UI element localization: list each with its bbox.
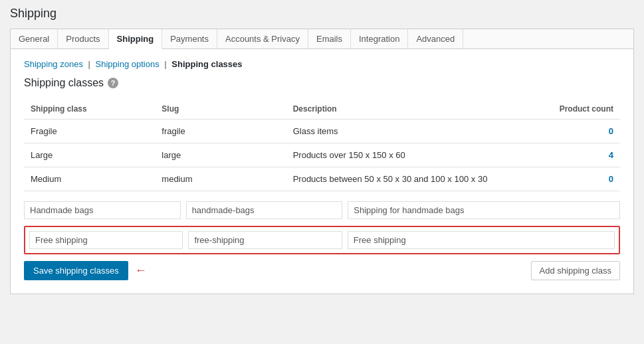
handmade-slug-input[interactable] <box>186 201 343 219</box>
subnav-zones[interactable]: Shipping zones <box>24 59 83 69</box>
shipping-table: Shipping class Slug Description Product … <box>24 99 620 191</box>
col-header-product-count: Product count <box>548 99 620 120</box>
subnav-separator-1: | <box>88 59 90 69</box>
tab-shipping[interactable]: Shipping <box>109 29 163 49</box>
col-header-description: Description <box>286 99 549 120</box>
row-class: Medium <box>24 167 155 191</box>
footer-actions: Save shipping classes ← Add shipping cla… <box>24 261 620 280</box>
tab-advanced[interactable]: Advanced <box>408 29 463 48</box>
row-description: Glass items <box>286 120 549 143</box>
table-row: Fragile fragile Glass items 0 <box>24 120 620 143</box>
handmade-class-input[interactable] <box>24 201 181 219</box>
subnav-classes: Shipping classes <box>171 59 242 69</box>
row-slug: medium <box>155 167 286 191</box>
table-row: Large large Products over 150 x 150 x 60… <box>24 143 620 167</box>
nav-tabs: General Products Shipping Payments Accou… <box>10 29 634 48</box>
row-slug: large <box>155 143 286 167</box>
freeshipping-slug-input[interactable] <box>188 231 342 249</box>
freeshipping-desc-input[interactable] <box>348 231 615 249</box>
sub-nav: Shipping zones | Shipping options | Ship… <box>24 59 620 69</box>
row-count-link[interactable]: 4 <box>609 150 613 160</box>
row-class: Fragile <box>24 120 155 143</box>
row-class: Large <box>24 143 155 167</box>
tab-payments[interactable]: Payments <box>162 29 217 48</box>
section-title-text: Shipping classes <box>24 77 104 89</box>
content-area: Shipping zones | Shipping options | Ship… <box>10 48 634 294</box>
arrow-icon: ← <box>135 264 147 278</box>
tab-products[interactable]: Products <box>58 29 108 48</box>
tab-accounts-privacy[interactable]: Accounts & Privacy <box>217 29 308 48</box>
row-description: Products over 150 x 150 x 60 <box>286 143 549 167</box>
handmade-desc-input[interactable] <box>348 201 620 219</box>
row-count-link[interactable]: 0 <box>609 174 613 184</box>
save-button[interactable]: Save shipping classes <box>24 261 128 280</box>
subnav-options[interactable]: Shipping options <box>96 59 160 69</box>
freeshipping-class-input[interactable] <box>29 231 183 249</box>
new-row-freeshipping <box>24 226 620 254</box>
col-header-class: Shipping class <box>24 99 155 120</box>
subnav-separator-2: | <box>164 59 166 69</box>
tab-emails[interactable]: Emails <box>308 29 351 48</box>
new-row-handmade <box>24 201 620 219</box>
tab-integration[interactable]: Integration <box>351 29 408 48</box>
row-count-link[interactable]: 0 <box>609 126 613 136</box>
row-description: Products between 50 x 50 x 30 and 100 x … <box>286 167 549 191</box>
section-header: Shipping classes ? <box>24 77 620 89</box>
row-slug: fragile <box>155 120 286 143</box>
help-icon[interactable]: ? <box>108 78 118 88</box>
footer-left: Save shipping classes ← <box>24 261 147 280</box>
add-shipping-class-button[interactable]: Add shipping class <box>531 261 620 280</box>
table-row: Medium medium Products between 50 x 50 x… <box>24 167 620 191</box>
col-header-slug: Slug <box>155 99 286 120</box>
page-title: Shipping <box>10 7 634 21</box>
tab-general[interactable]: General <box>11 29 58 48</box>
